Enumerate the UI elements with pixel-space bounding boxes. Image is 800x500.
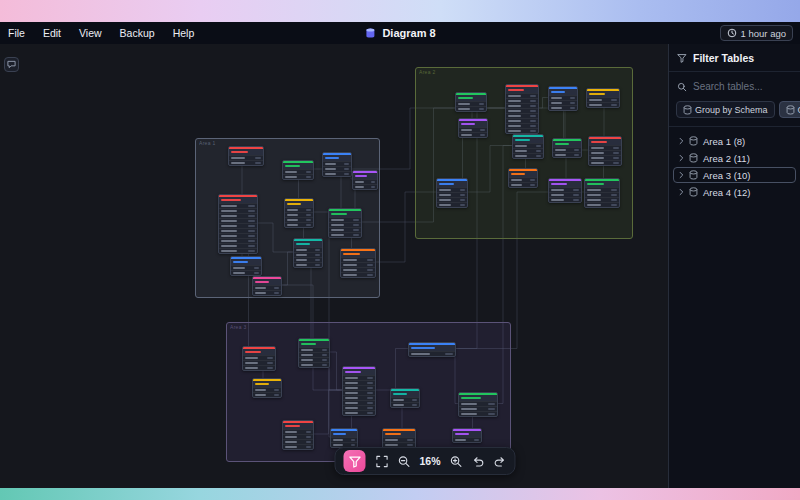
diagram-table-14[interactable] (548, 86, 578, 111)
chat-icon (7, 60, 16, 69)
diagram-table-11[interactable] (252, 276, 282, 296)
area-item-label: Area 1 (8) (703, 136, 745, 147)
menu-item-backup[interactable]: Backup (120, 27, 155, 39)
diagram-table-31[interactable] (282, 420, 314, 450)
search-input[interactable] (693, 81, 785, 92)
diagram-table-21[interactable] (508, 168, 538, 188)
diagram-table-30[interactable] (458, 392, 498, 417)
group-by-schema-label: Group by Schema (695, 105, 768, 115)
sidebar-item-area-2[interactable]: Area 2 (11) (673, 150, 796, 166)
menu-item-edit[interactable]: Edit (43, 27, 61, 39)
diagram-table-10[interactable] (340, 248, 376, 278)
area-item-label: Area 3 (10) (703, 170, 751, 181)
area-label: Area 3 (230, 324, 247, 330)
search-box[interactable] (669, 72, 800, 99)
diagram-table-5[interactable] (218, 194, 258, 254)
diagram-table-7[interactable] (328, 208, 362, 238)
database-icon (689, 170, 698, 180)
clock-icon (727, 28, 737, 38)
chevron-right-icon (679, 137, 684, 145)
menu-item-help[interactable]: Help (173, 27, 195, 39)
sidebar-title: Filter Tables (693, 52, 754, 64)
fit-view-button[interactable] (375, 455, 388, 468)
zoom-out-button[interactable] (397, 455, 410, 468)
area-item-label: Area 4 (12) (703, 187, 751, 198)
chevron-right-icon (679, 154, 684, 162)
diagram-table-17[interactable] (512, 134, 544, 159)
menu-items: FileEditViewBackupHelp (8, 27, 194, 39)
chevron-right-icon (679, 188, 684, 196)
diagram-table-28[interactable] (342, 366, 376, 416)
diagram-table-16[interactable] (458, 118, 488, 138)
group-by-area-button[interactable]: Group by Area (779, 101, 800, 118)
chat-button[interactable] (4, 57, 19, 72)
last-saved-badge[interactable]: 1 hour ago (720, 25, 793, 41)
last-saved-text: 1 hour ago (741, 28, 786, 39)
diagram-title-group: Diagram 8 (364, 27, 435, 39)
fit-view-icon (375, 455, 388, 468)
diagram-table-26[interactable] (408, 342, 456, 357)
diagram-title: Diagram 8 (382, 27, 435, 39)
diagram-table-15[interactable] (586, 88, 620, 108)
area-database-icon (786, 105, 795, 115)
diagram-table-23[interactable] (584, 178, 620, 208)
zoom-level[interactable]: 16% (419, 455, 440, 467)
redo-button[interactable] (494, 455, 507, 468)
database-icon (689, 136, 698, 146)
undo-icon (472, 455, 485, 468)
diagram-table-27[interactable] (252, 378, 282, 398)
filter-sidebar: Filter Tables Group by Schema Group by A… (668, 44, 800, 488)
chevron-right-icon (679, 171, 684, 179)
zoom-toolbar: 16% (334, 447, 515, 475)
diagram-table-24[interactable] (242, 346, 276, 371)
diagram-table-8[interactable] (230, 256, 262, 276)
zoom-in-icon (450, 455, 463, 468)
area-item-label: Area 2 (11) (703, 153, 750, 164)
diagram-table-12[interactable] (455, 92, 487, 112)
area-label: Area 1 (199, 140, 216, 146)
diagram-table-18[interactable] (552, 138, 582, 158)
area-tree: Area 1 (8)Area 2 (11)Area 3 (10)Area 4 (… (669, 127, 800, 206)
zoom-in-button[interactable] (450, 455, 463, 468)
diagram-table-3[interactable] (322, 152, 352, 177)
diagram-table-2[interactable] (282, 160, 314, 180)
diagram-table-4[interactable] (352, 170, 378, 190)
diagram-table-22[interactable] (548, 178, 582, 203)
filter-button[interactable] (343, 450, 365, 472)
redo-icon (494, 455, 507, 468)
undo-button[interactable] (472, 455, 485, 468)
area-label: Area 2 (419, 69, 436, 75)
diagram-table-20[interactable] (436, 178, 468, 208)
sidebar-header: Filter Tables (669, 44, 800, 72)
diagram-table-32[interactable] (330, 428, 358, 448)
schema-database-icon (683, 105, 692, 115)
app-logo-icon (364, 27, 376, 39)
sidebar-item-area-3[interactable]: Area 3 (10) (673, 167, 796, 183)
diagram-table-25[interactable] (298, 338, 330, 368)
group-by-schema-button[interactable]: Group by Schema (676, 101, 775, 118)
group-toggles: Group by Schema Group by Area (669, 99, 800, 127)
diagram-table-6[interactable] (284, 198, 314, 228)
diagram-table-9[interactable] (293, 238, 323, 268)
diagram-table-1[interactable] (228, 146, 264, 166)
menubar: FileEditViewBackupHelp Diagram 8 1 hour … (0, 22, 800, 44)
diagram-table-13[interactable] (505, 84, 539, 134)
desktop-gradient-bottom (0, 488, 800, 500)
zoom-out-icon (397, 455, 410, 468)
database-icon (689, 187, 698, 197)
menu-item-file[interactable]: File (8, 27, 25, 39)
sidebar-item-area-4[interactable]: Area 4 (12) (673, 184, 796, 200)
diagram-table-34[interactable] (452, 428, 482, 443)
search-icon (677, 82, 687, 92)
filter-icon (677, 53, 687, 63)
filter-funnel-icon (348, 455, 361, 468)
desktop-gradient-top (0, 0, 800, 22)
diagram-canvas[interactable]: 16% Area 1Area 2Area 3 (0, 44, 668, 488)
database-icon (689, 153, 698, 163)
diagram-table-29[interactable] (390, 388, 420, 408)
diagram-table-19[interactable] (588, 136, 622, 166)
menu-item-view[interactable]: View (79, 27, 102, 39)
sidebar-item-area-1[interactable]: Area 1 (8) (673, 133, 796, 149)
